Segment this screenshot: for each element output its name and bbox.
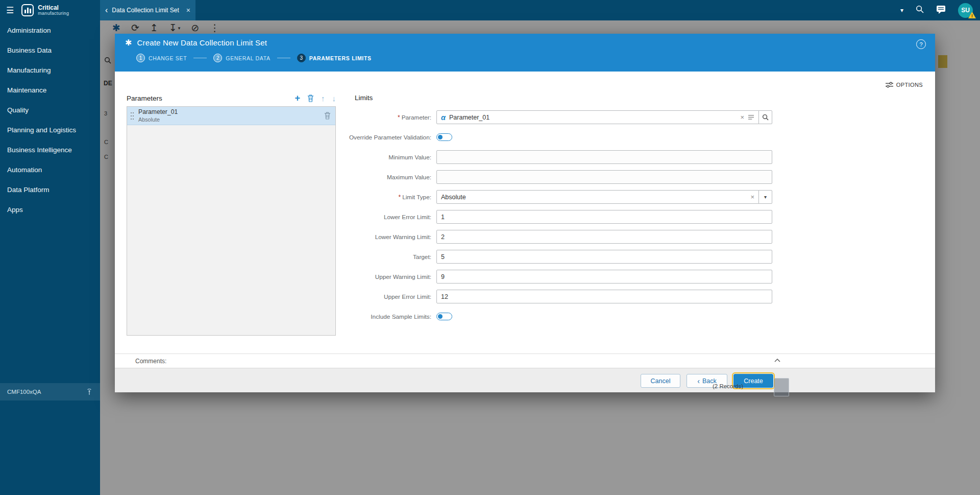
include-sample-limits-label: Include Sample Limits: [371,313,431,320]
user-avatar[interactable]: SU ! [958,3,973,18]
help-icon: ? [919,41,922,48]
limit-type-input[interactable]: Absolute × [436,190,759,204]
global-search-icon[interactable] [916,5,924,15]
required-marker: * [398,114,400,121]
top-bar: ☰ Critical manufacturing ‹ Data Collecti… [0,0,980,20]
step-number: 2 [213,54,222,62]
options-button[interactable]: OPTIONS [886,82,923,88]
upper-error-limit-label: Upper Error Limit: [384,293,431,300]
wizard-steps: 1 CHANGE SET 2 GENERAL DATA 3 PARAMETERS… [125,54,925,62]
parameter-row: *Parameter: α Parameter_01 × [309,110,772,124]
minimum-value-label: Minimum Value: [388,154,431,161]
sidebar-item-data-platform[interactable]: Data Platform [0,180,100,200]
sidebar-item-business-data[interactable]: Business Data [0,40,100,60]
upper-error-limit-row: Upper Error Limit: [309,290,772,303]
parameters-panel-title: Parameters [127,95,162,102]
chevron-down-icon: ▾ [764,194,767,200]
step-label: CHANGE SET [149,55,187,61]
help-button[interactable]: ? [916,39,926,49]
connectivity-icon [86,389,93,395]
required-marker: * [399,194,401,201]
toggle-knob [438,314,443,319]
parameter-value: Parameter_01 [449,114,489,121]
limit-type-dropdown-button[interactable]: ▾ [758,190,772,204]
lower-warning-limit-row: Lower Warning Limit: [309,230,772,244]
step-number: 1 [136,54,145,62]
step-parameters-limits[interactable]: 3 PARAMETERS LIMITS [297,54,372,62]
records-count: (2 Records) [713,383,743,389]
include-sample-limits-toggle[interactable] [436,313,452,320]
sidebar-item-manufacturing[interactable]: Manufacturing [0,60,100,80]
target-row: Target: [309,250,772,264]
limits-title: Limits [355,94,772,102]
upper-error-limit-input[interactable] [436,290,772,303]
clear-icon[interactable]: × [750,194,754,200]
hamburger-menu-icon[interactable]: ☰ [6,6,14,15]
pick-list-icon[interactable] [748,114,754,120]
upper-warning-limit-row: Upper Warning Limit: [309,270,772,284]
limit-type-value: Absolute [441,194,466,201]
step-change-set[interactable]: 1 CHANGE SET [136,54,187,62]
comments-section: Comments: [115,353,935,368]
sidebar-item-apps[interactable]: Apps [0,200,100,220]
comments-label: Comments: [135,358,166,365]
parameters-list: Parameter_01 Absolute [127,106,336,336]
chevron-left-icon: ‹ [697,378,700,385]
search-icon [762,114,769,121]
svg-text:!: ! [971,13,973,18]
step-label: GENERAL DATA [226,55,271,61]
environment-label: CMF100xQA [7,389,41,395]
topbar-actions: ▾ SU ! [900,0,980,20]
options-label: OPTIONS [896,82,923,88]
sidebar-item-maintenance[interactable]: Maintenance [0,80,100,100]
messages-icon[interactable] [936,5,946,16]
cursor-highlight-artifact [774,378,789,396]
lower-warning-limit-input[interactable] [436,230,772,244]
tab-label: Data Collection Limit Set [112,7,182,14]
minimum-value-input[interactable] [436,150,772,164]
options-sliders-icon [886,82,893,88]
step-general-data[interactable]: 2 GENERAL DATA [213,54,271,62]
override-parameter-validation-toggle[interactable] [436,133,452,141]
target-label: Target: [413,253,431,261]
parameter-item-type: Absolute [138,116,178,123]
parameters-panel: Parameters + ↑ ↓ Parameter_01 [127,92,336,336]
cancel-button[interactable]: Cancel [641,374,680,388]
app-logo: Critical manufacturing [21,4,69,16]
maximum-value-input[interactable] [436,170,772,184]
sidebar-item-administration[interactable]: Administration [0,20,100,40]
wizard-header: ✱ Create New Data Collection Limit Set ?… [115,34,935,72]
tab-close-icon[interactable]: × [186,7,190,14]
lower-error-limit-label: Lower Error Limit: [384,214,431,221]
tab-back-chevron-icon[interactable]: ‹ [105,6,108,14]
maximum-value-label: Maximum Value: [387,174,431,181]
toggle-knob [438,135,443,139]
create-asterisk-icon: ✱ [125,39,132,47]
parameter-label: Parameter: [402,114,431,121]
lower-error-limit-input[interactable] [436,210,772,224]
sidebar-item-business-intelligence[interactable]: Business Intelligence [0,140,100,160]
parameter-search-button[interactable] [758,110,772,124]
tab-data-collection-limit-set[interactable]: ‹ Data Collection Limit Set × [100,0,195,20]
limit-type-row: *Limit Type: Absolute × ▾ [309,190,772,204]
logo-mark-icon [21,4,34,16]
parameter-list-item[interactable]: Parameter_01 Absolute [127,107,335,125]
sidebar-item-automation[interactable]: Automation [0,160,100,180]
limits-section: Limits *Parameter: α Parameter_01 × [309,94,772,323]
drag-handle-icon[interactable] [130,111,134,120]
upper-warning-limit-input[interactable] [436,270,772,284]
add-parameter-icon[interactable]: + [295,93,300,103]
upper-warning-limit-label: Upper Warning Limit: [375,273,431,280]
parameter-input[interactable]: α Parameter_01 × [436,110,759,124]
wizard-body: OPTIONS Parameters + ↑ ↓ [115,72,935,353]
parameter-entity-icon: α [441,113,446,122]
step-connector [277,58,290,58]
step-number: 3 [297,54,306,62]
comments-collapse-button[interactable] [774,359,780,362]
workspace-dropdown-icon[interactable]: ▾ [900,7,903,14]
sidebar-item-planning-and-logistics[interactable]: Planning and Logistics [0,120,100,140]
wizard-footer: Cancel ‹Back Create [115,368,935,392]
clear-icon[interactable]: × [740,114,744,121]
sidebar-item-quality[interactable]: Quality [0,100,100,120]
target-input[interactable] [436,250,772,264]
